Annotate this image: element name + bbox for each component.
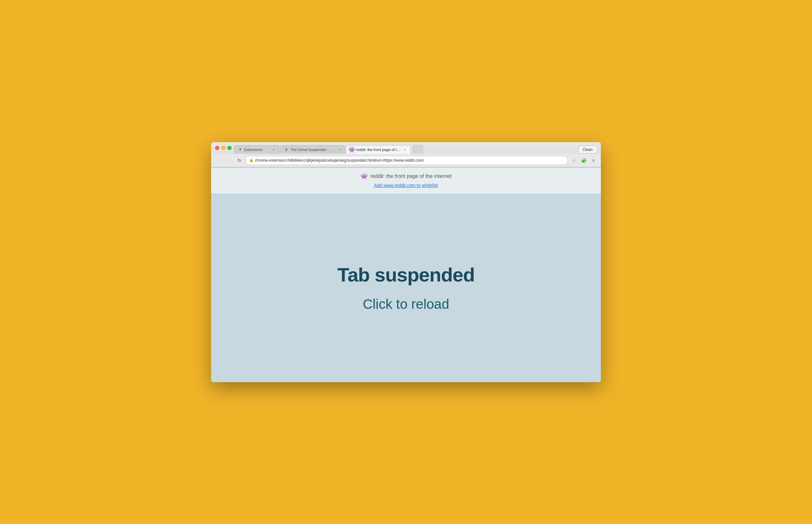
back-button[interactable]: ‹	[214, 156, 223, 165]
site-title-row: 👾 reddit: the front page of the internet	[217, 173, 595, 180]
extensions-button[interactable]: 🧩	[580, 156, 588, 165]
forward-button[interactable]: ›	[225, 156, 233, 165]
tab-row: ✦ Extensions × ⏸ The Great Suspender - C…	[211, 142, 601, 154]
extensions-tab-close[interactable]: ×	[272, 147, 276, 152]
tab-reddit[interactable]: 👾 reddit: the front page of th… ×	[346, 145, 411, 154]
new-tab-button[interactable]	[413, 145, 423, 154]
info-bar: 👾 reddit: the front page of the internet…	[211, 167, 601, 194]
toolbar-actions: ☆ 🧩 ≡	[570, 156, 598, 165]
suspender-tab-title: The Great Suspender - Ch…	[290, 148, 335, 152]
reload-icon: ↻	[238, 158, 241, 163]
extensions-tab-favicon: ✦	[238, 147, 242, 152]
back-icon: ‹	[218, 158, 220, 163]
menu-icon: ≡	[592, 158, 595, 163]
toolbar: ‹ › ↻ 🔒 ☆ 🧩 ≡	[211, 154, 601, 167]
address-lock-icon: 🔒	[249, 158, 254, 162]
suspender-tab-close[interactable]: ×	[337, 147, 342, 152]
address-bar-input[interactable]	[255, 158, 564, 163]
title-bar: ✦ Extensions × ⏸ The Great Suspender - C…	[211, 142, 601, 167]
whitelist-link[interactable]: Add www.reddit.com to whitelist	[374, 183, 438, 188]
tabs-container: ✦ Extensions × ⏸ The Great Suspender - C…	[234, 145, 598, 154]
site-title-text: reddit: the front page of the internet	[370, 174, 452, 179]
reddit-tab-favicon: 👾	[350, 147, 354, 152]
traffic-lights	[214, 146, 234, 152]
reload-button[interactable]: ↻	[235, 156, 244, 165]
star-button[interactable]: ☆	[570, 156, 578, 165]
tab-extensions[interactable]: ✦ Extensions ×	[234, 145, 280, 154]
reload-text: Click to reload	[363, 296, 449, 312]
address-bar-container[interactable]: 🔒	[246, 156, 568, 165]
reddit-logo-icon: 👾	[360, 173, 368, 180]
menu-button[interactable]: ≡	[589, 156, 598, 165]
extensions-tab-title: Extensions	[244, 148, 270, 152]
main-content[interactable]: Tab suspended Click to reload	[211, 194, 601, 382]
reddit-tab-close[interactable]: ×	[403, 147, 407, 152]
puzzle-icon: 🧩	[581, 158, 587, 163]
minimize-traffic-light[interactable]	[221, 146, 225, 150]
suspended-title: Tab suspended	[338, 264, 475, 286]
reddit-tab-title: reddit: the front page of th…	[356, 148, 401, 152]
browser-window: ✦ Extensions × ⏸ The Great Suspender - C…	[211, 142, 601, 382]
suspender-tab-favicon: ⏸	[284, 147, 289, 152]
close-traffic-light[interactable]	[215, 146, 219, 150]
tab-suspender[interactable]: ⏸ The Great Suspender - Ch… ×	[280, 145, 345, 154]
clean-button[interactable]: Clean	[579, 145, 597, 153]
maximize-traffic-light[interactable]	[227, 146, 231, 150]
forward-icon: ›	[228, 158, 230, 163]
star-icon: ☆	[572, 158, 576, 163]
